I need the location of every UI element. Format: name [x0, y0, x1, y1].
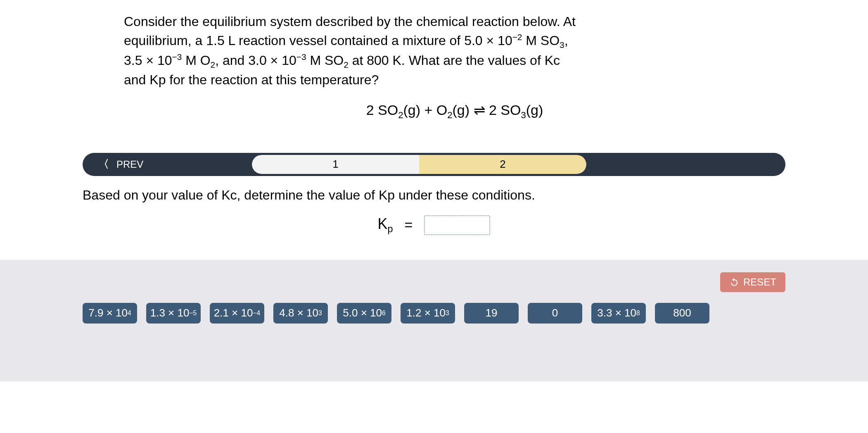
question-text: Consider the equilibrium system describe…	[124, 12, 710, 89]
answer-tile-4[interactable]: 5.0 × 106	[337, 303, 391, 324]
chemical-equation: 2 SO2(g) + O2(g) ⇌ 2 SO3(g)	[124, 102, 785, 121]
chevron-left-icon: 〈	[98, 157, 109, 171]
reset-icon	[729, 277, 739, 287]
answer-tile-1[interactable]: 1.3 × 10−5	[146, 303, 201, 324]
sub-question-text: Based on your value of Kc, determine the…	[83, 188, 785, 203]
tile-exponent: 4	[128, 309, 131, 317]
answer-tiles: 7.9 × 1041.3 × 10−52.1 × 10−44.8 × 1035.…	[83, 303, 785, 324]
tile-exponent: 6	[382, 309, 386, 317]
tile-base: 1.3 × 10	[150, 307, 190, 319]
answer-tile-2[interactable]: 2.1 × 10−4	[210, 303, 264, 324]
tile-base: 4.8 × 10	[279, 307, 318, 319]
answer-tile-0[interactable]: 7.9 × 104	[83, 303, 137, 324]
answer-panel: RESET 7.9 × 1041.3 × 10−52.1 × 10−44.8 ×…	[0, 260, 868, 381]
reset-label: RESET	[743, 276, 776, 288]
reset-button[interactable]: RESET	[720, 272, 785, 292]
prev-label: PREV	[116, 159, 143, 170]
kp-answer-row: Kp =	[0, 215, 868, 235]
tile-base: 1.2 × 10	[406, 307, 446, 319]
tile-exponent: 8	[636, 309, 640, 317]
answer-tile-5[interactable]: 1.2 × 103	[401, 303, 455, 324]
tile-base: 800	[673, 307, 691, 319]
answer-tile-6[interactable]: 19	[464, 303, 519, 324]
prev-button[interactable]: 〈 PREV	[83, 153, 169, 176]
tile-base: 2.1 × 10	[214, 307, 253, 319]
step-2[interactable]: 2	[419, 155, 586, 174]
answer-tile-3[interactable]: 4.8 × 103	[273, 303, 328, 324]
tile-base: 19	[486, 307, 498, 319]
step-nav-bar: 〈 PREV 1 2	[83, 153, 785, 176]
equals-sign: =	[405, 217, 413, 233]
tile-base: 3.3 × 10	[597, 307, 636, 319]
answer-tile-8[interactable]: 3.3 × 108	[591, 303, 646, 324]
tile-base: 0	[552, 307, 558, 319]
tile-exponent: 3	[446, 309, 449, 317]
tile-exponent: 3	[318, 309, 322, 317]
kp-drop-target[interactable]	[424, 215, 490, 235]
kp-label: Kp	[378, 215, 393, 235]
step-1[interactable]: 1	[252, 155, 419, 174]
step-pills: 1 2	[252, 155, 586, 174]
answer-tile-9[interactable]: 800	[655, 303, 709, 324]
tile-exponent: −4	[253, 309, 260, 317]
tile-exponent: −5	[189, 309, 197, 317]
tile-base: 5.0 × 10	[343, 307, 382, 319]
tile-base: 7.9 × 10	[88, 307, 128, 319]
answer-tile-7[interactable]: 0	[528, 303, 582, 324]
